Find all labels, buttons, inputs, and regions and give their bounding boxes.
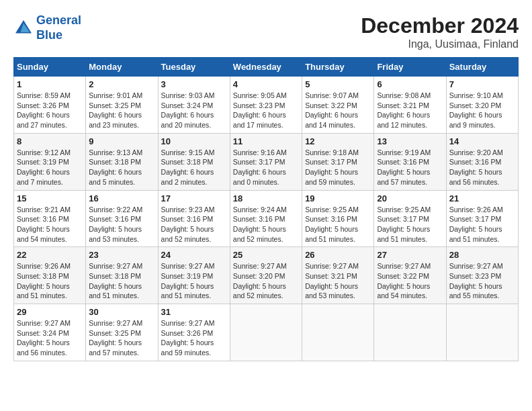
col-header-sunday: Sunday: [14, 58, 86, 77]
calendar-cell: 17Sunrise: 9:23 AM Sunset: 3:16 PM Dayli…: [158, 190, 230, 247]
day-detail: Sunrise: 9:07 AM Sunset: 3:22 PM Dayligh…: [305, 91, 371, 130]
day-number: 15: [17, 193, 83, 203]
calendar-cell: 22Sunrise: 9:26 AM Sunset: 3:18 PM Dayli…: [14, 247, 86, 304]
day-number: 9: [89, 136, 154, 146]
day-detail: Sunrise: 9:15 AM Sunset: 3:18 PM Dayligh…: [161, 148, 227, 187]
day-number: 11: [233, 136, 299, 146]
day-number: 25: [233, 250, 299, 260]
calendar-cell: [230, 304, 302, 361]
calendar-cell: 12Sunrise: 9:18 AM Sunset: 3:17 PM Dayli…: [302, 133, 374, 190]
calendar-cell: 11Sunrise: 9:16 AM Sunset: 3:17 PM Dayli…: [230, 133, 302, 190]
calendar-cell: 27Sunrise: 9:27 AM Sunset: 3:22 PM Dayli…: [374, 247, 446, 304]
calendar-week-row: 1Sunrise: 8:59 AM Sunset: 3:26 PM Daylig…: [14, 77, 519, 134]
calendar-cell: 7Sunrise: 9:10 AM Sunset: 3:20 PM Daylig…: [446, 77, 518, 134]
calendar-cell: [446, 304, 518, 361]
day-detail: Sunrise: 9:27 AM Sunset: 3:19 PM Dayligh…: [161, 261, 227, 301]
day-number: 21: [449, 193, 515, 203]
day-number: 18: [233, 193, 299, 203]
calendar-week-row: 29Sunrise: 9:27 AM Sunset: 3:24 PM Dayli…: [14, 304, 519, 361]
day-number: 12: [305, 136, 371, 146]
day-detail: Sunrise: 9:27 AM Sunset: 3:23 PM Dayligh…: [449, 261, 515, 301]
page-subtitle: Inga, Uusimaa, Finland: [361, 38, 519, 50]
day-detail: Sunrise: 9:25 AM Sunset: 3:16 PM Dayligh…: [305, 205, 371, 244]
day-number: 3: [161, 79, 227, 89]
calendar-cell: 28Sunrise: 9:27 AM Sunset: 3:23 PM Dayli…: [446, 247, 518, 304]
calendar-cell: [374, 304, 446, 361]
day-number: 30: [89, 307, 154, 317]
calendar-cell: 20Sunrise: 9:25 AM Sunset: 3:17 PM Dayli…: [374, 190, 446, 247]
day-number: 26: [305, 250, 371, 260]
day-number: 14: [449, 136, 515, 146]
day-detail: Sunrise: 9:24 AM Sunset: 3:16 PM Dayligh…: [233, 205, 299, 244]
page-header: General Blue December 2024 Inga, Uusimaa…: [13, 13, 519, 50]
day-number: 7: [449, 79, 515, 89]
calendar-cell: 1Sunrise: 8:59 AM Sunset: 3:26 PM Daylig…: [14, 77, 86, 134]
day-number: 19: [305, 193, 371, 203]
day-detail: Sunrise: 9:20 AM Sunset: 3:16 PM Dayligh…: [449, 148, 515, 187]
day-number: 10: [161, 136, 227, 146]
col-header-saturday: Saturday: [446, 58, 518, 77]
logo-line2: Blue: [36, 28, 62, 42]
day-number: 22: [17, 250, 83, 260]
col-header-friday: Friday: [374, 58, 446, 77]
calendar-cell: 25Sunrise: 9:27 AM Sunset: 3:20 PM Dayli…: [230, 247, 302, 304]
day-detail: Sunrise: 9:27 AM Sunset: 3:18 PM Dayligh…: [89, 261, 154, 301]
day-number: 6: [377, 79, 443, 89]
day-number: 17: [161, 193, 227, 203]
col-header-wednesday: Wednesday: [230, 58, 302, 77]
day-number: 27: [377, 250, 443, 260]
calendar-cell: 23Sunrise: 9:27 AM Sunset: 3:18 PM Dayli…: [86, 247, 158, 304]
calendar-cell: 31Sunrise: 9:27 AM Sunset: 3:26 PM Dayli…: [158, 304, 230, 361]
logo-line1: General: [36, 13, 81, 27]
day-detail: Sunrise: 8:59 AM Sunset: 3:26 PM Dayligh…: [17, 91, 83, 130]
day-detail: Sunrise: 9:25 AM Sunset: 3:17 PM Dayligh…: [377, 205, 443, 244]
calendar-week-row: 15Sunrise: 9:21 AM Sunset: 3:16 PM Dayli…: [14, 190, 519, 247]
day-detail: Sunrise: 9:27 AM Sunset: 3:25 PM Dayligh…: [89, 318, 154, 358]
calendar-cell: 19Sunrise: 9:25 AM Sunset: 3:16 PM Dayli…: [302, 190, 374, 247]
day-number: 13: [377, 136, 443, 146]
title-block: December 2024 Inga, Uusimaa, Finland: [361, 13, 519, 50]
calendar-cell: 4Sunrise: 9:05 AM Sunset: 3:23 PM Daylig…: [230, 77, 302, 134]
day-detail: Sunrise: 9:27 AM Sunset: 3:26 PM Dayligh…: [161, 318, 227, 358]
day-detail: Sunrise: 9:08 AM Sunset: 3:21 PM Dayligh…: [377, 91, 443, 130]
day-detail: Sunrise: 9:26 AM Sunset: 3:18 PM Dayligh…: [17, 261, 83, 301]
day-detail: Sunrise: 9:21 AM Sunset: 3:16 PM Dayligh…: [17, 205, 83, 244]
calendar-cell: 3Sunrise: 9:03 AM Sunset: 3:24 PM Daylig…: [158, 77, 230, 134]
calendar-cell: 29Sunrise: 9:27 AM Sunset: 3:24 PM Dayli…: [14, 304, 86, 361]
calendar-cell: 21Sunrise: 9:26 AM Sunset: 3:17 PM Dayli…: [446, 190, 518, 247]
calendar-cell: 26Sunrise: 9:27 AM Sunset: 3:21 PM Dayli…: [302, 247, 374, 304]
day-detail: Sunrise: 9:27 AM Sunset: 3:22 PM Dayligh…: [377, 261, 443, 301]
col-header-monday: Monday: [86, 58, 158, 77]
day-detail: Sunrise: 9:19 AM Sunset: 3:16 PM Dayligh…: [377, 148, 443, 187]
day-detail: Sunrise: 9:13 AM Sunset: 3:18 PM Dayligh…: [89, 148, 154, 187]
calendar-cell: 24Sunrise: 9:27 AM Sunset: 3:19 PM Dayli…: [158, 247, 230, 304]
day-number: 23: [89, 250, 154, 260]
day-detail: Sunrise: 9:03 AM Sunset: 3:24 PM Dayligh…: [161, 91, 227, 130]
calendar-week-row: 22Sunrise: 9:26 AM Sunset: 3:18 PM Dayli…: [14, 247, 519, 304]
day-number: 29: [17, 307, 83, 317]
day-detail: Sunrise: 9:05 AM Sunset: 3:23 PM Dayligh…: [233, 91, 299, 130]
day-detail: Sunrise: 9:27 AM Sunset: 3:21 PM Dayligh…: [305, 261, 371, 301]
day-detail: Sunrise: 9:10 AM Sunset: 3:20 PM Dayligh…: [449, 91, 515, 130]
day-number: 1: [17, 79, 83, 89]
day-number: 4: [233, 79, 299, 89]
day-detail: Sunrise: 9:26 AM Sunset: 3:17 PM Dayligh…: [449, 205, 515, 244]
col-header-tuesday: Tuesday: [158, 58, 230, 77]
day-number: 5: [305, 79, 371, 89]
calendar-cell: 18Sunrise: 9:24 AM Sunset: 3:16 PM Dayli…: [230, 190, 302, 247]
day-detail: Sunrise: 9:18 AM Sunset: 3:17 PM Dayligh…: [305, 148, 371, 187]
col-header-thursday: Thursday: [302, 58, 374, 77]
day-number: 20: [377, 193, 443, 203]
calendar-cell: 30Sunrise: 9:27 AM Sunset: 3:25 PM Dayli…: [86, 304, 158, 361]
calendar-cell: 16Sunrise: 9:22 AM Sunset: 3:16 PM Dayli…: [86, 190, 158, 247]
day-detail: Sunrise: 9:22 AM Sunset: 3:16 PM Dayligh…: [89, 205, 154, 244]
calendar-cell: 13Sunrise: 9:19 AM Sunset: 3:16 PM Dayli…: [374, 133, 446, 190]
day-number: 31: [161, 307, 227, 317]
calendar-cell: 9Sunrise: 9:13 AM Sunset: 3:18 PM Daylig…: [86, 133, 158, 190]
day-detail: Sunrise: 9:12 AM Sunset: 3:19 PM Dayligh…: [17, 148, 83, 187]
day-number: 28: [449, 250, 515, 260]
day-detail: Sunrise: 9:01 AM Sunset: 3:25 PM Dayligh…: [89, 91, 154, 130]
calendar-cell: 8Sunrise: 9:12 AM Sunset: 3:19 PM Daylig…: [14, 133, 86, 190]
calendar-table: SundayMondayTuesdayWednesdayThursdayFrid…: [13, 57, 519, 361]
calendar-cell: 6Sunrise: 9:08 AM Sunset: 3:21 PM Daylig…: [374, 77, 446, 134]
